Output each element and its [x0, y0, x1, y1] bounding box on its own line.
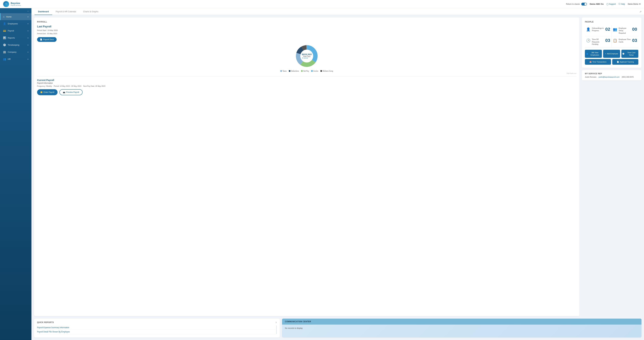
- preview-payroll-label: Preview Payroll: [66, 91, 79, 93]
- time-card-setup-label: Time Card Setup: [625, 52, 638, 56]
- header-right: Return to classic Demo ABC Co ◯ Support …: [566, 3, 641, 6]
- add-employee-label: Add Employee: [607, 53, 618, 55]
- time-cards-icon: 📋: [613, 39, 617, 43]
- service-rep-section: MY SERVICE REP Justin Romano justin@bayv…: [582, 70, 642, 80]
- return-to-classic-group: Return to classic: [566, 3, 587, 6]
- sidebar-item-payroll[interactable]: 💳 Payroll ►: [0, 27, 32, 34]
- sidebar-label-timekeeping: Timekeeping: [8, 44, 19, 46]
- timekeeping-chevron-icon: ►: [27, 44, 29, 46]
- employees-chevron-icon: ►: [27, 23, 29, 25]
- comm-center-body: No records to display: [282, 324, 642, 332]
- applicant-tracking-button[interactable]: 📄 Applicant Tracking: [612, 59, 638, 65]
- add-employee-button[interactable]: + Add Employee: [603, 50, 620, 58]
- company-icon: 🏢: [3, 51, 6, 54]
- expand-button[interactable]: ↗: [640, 10, 642, 13]
- classic-toggle[interactable]: [581, 3, 587, 6]
- user-name: Demo Demo: [628, 3, 638, 5]
- sidebar-item-hr[interactable]: 👥 HR ►: [0, 56, 32, 63]
- help-icon: ⓘ: [618, 3, 620, 5]
- quick-report-item-2[interactable]: Payroll Detail File Shown By Employee: [37, 330, 276, 334]
- taxes-color: [280, 70, 282, 72]
- onboardings-label: Onboardings in Progress: [592, 27, 604, 32]
- tab-dashboard[interactable]: Dashboard: [34, 8, 52, 15]
- service-rep-title: MY SERVICE REP: [585, 73, 638, 75]
- sidebar-item-company[interactable]: 🏢 Company ►: [0, 49, 32, 56]
- time-off-value: 03: [605, 38, 610, 43]
- comm-center-empty-message: No records to display: [285, 327, 303, 329]
- view-employees-label: 388 View Employees: [589, 52, 601, 56]
- sidebar-item-timekeeping[interactable]: 🕐 Timekeeping ►: [0, 41, 32, 49]
- employee-setup-value: 00: [632, 27, 637, 32]
- employees-icon: 👤: [3, 22, 6, 25]
- people-buttons-row1: 👥 388 View Employees + Add Employee 🕐 Ti…: [585, 50, 638, 58]
- home-chevron-icon: ►: [27, 16, 29, 18]
- bottom-sections: QUICK REPORTS ▿ Payroll Expense Summary …: [32, 318, 644, 340]
- stat-time-off: 🕑 Time Off Requests Pending 03: [585, 36, 612, 48]
- employee-setup-label: Employee Setup Required: [619, 27, 631, 34]
- sidebar-collapse-button[interactable]: ←: [27, 10, 30, 13]
- legend-taxes: Taxes: [280, 70, 286, 72]
- scroll-content: PAYROLL Last Payroll Period Start : 24 M…: [32, 15, 644, 318]
- payroll-frequency-info: Frequency: Weekly Period: 14 May 2023 - …: [37, 85, 576, 87]
- donut-label: Total Cash: [302, 56, 312, 57]
- service-rep-name: Justin Romano: [585, 76, 596, 78]
- legend-deductions: Deductions: [289, 70, 299, 72]
- tab-payroll-hr-calendar[interactable]: Payroll & HR Calendar: [52, 8, 80, 15]
- filter-icon[interactable]: ▿: [276, 321, 277, 324]
- view-employees-icon: 👥: [586, 53, 588, 55]
- comm-center-title: COMMUNICATION CENTER: [285, 320, 311, 323]
- workers-comp-label: Workers Comp: [323, 70, 333, 72]
- next-pay-date-value: Next Pay Date: 26 May 2023: [83, 85, 105, 87]
- time-transactions-icon: 📅: [590, 61, 592, 63]
- payroll-docs-button[interactable]: 📄 Payroll Docs: [37, 37, 56, 42]
- current-payroll-title: Current Payroll: [37, 79, 576, 81]
- sidebar-item-employees[interactable]: 👤 Employees ►: [0, 20, 32, 27]
- quick-reports-list: Payroll Expense Summary Information Payr…: [37, 325, 277, 334]
- logo-area: ~ Bayview Payroll Services: [3, 1, 21, 7]
- applicant-tracking-icon: 📄: [617, 61, 619, 63]
- chart-area: $XXX,XXX Total Cash 👁 SHOW: [37, 44, 576, 69]
- enter-payroll-button[interactable]: 😁 Enter Payroll: [37, 89, 58, 95]
- preview-payroll-button[interactable]: 📷 Preview Payroll: [60, 89, 83, 95]
- sidebar-collapse-area: ←: [0, 8, 32, 13]
- invoice-label: Invoice: [313, 70, 318, 72]
- sidebar-item-home[interactable]: ⌂ Home ►: [0, 13, 32, 20]
- quick-reports-header: QUICK REPORTS ▿: [37, 321, 277, 324]
- time-cards-label: Employee Time Cards: [619, 38, 631, 43]
- people-section: PEOPLE 👤 Onboardings in Progress 02 👥: [582, 18, 642, 68]
- payroll-divider: [37, 76, 576, 77]
- time-transactions-button[interactable]: 📅 Time Transactions: [585, 59, 611, 65]
- user-menu[interactable]: Demo Demo ▼: [628, 3, 641, 5]
- period-end-value: 30 May 2020: [47, 33, 57, 35]
- tab-charts-graphs[interactable]: Charts & Graphs: [80, 8, 102, 15]
- time-card-setup-button[interactable]: 🕐 Time Card Setup: [621, 50, 638, 58]
- employee-setup-icon: 👥: [613, 27, 617, 32]
- logo-brand-name: Bayview: [11, 2, 21, 5]
- support-link[interactable]: ◯ Support: [606, 3, 616, 5]
- people-title: PEOPLE: [585, 21, 638, 23]
- donut-center: $XXX,XXX Total Cash 👁 SHOW: [302, 53, 312, 59]
- service-rep-email[interactable]: justin@bayviewpayroll.com: [598, 76, 620, 78]
- help-link[interactable]: ⓘ Help: [618, 3, 625, 5]
- help-label: Help: [621, 3, 625, 5]
- sidebar-label-payroll: Payroll: [8, 30, 14, 32]
- chart-legend: Taxes Deductions Net Pay Invoice: [37, 70, 576, 72]
- hr-icon: 👥: [3, 58, 6, 61]
- top-header: ~ Bayview Payroll Services Return to cla…: [0, 0, 644, 8]
- workers-comp-color: [320, 70, 322, 72]
- sidebar-item-reports[interactable]: 📊 Reports ►: [0, 34, 32, 41]
- quick-report-item-1[interactable]: Payroll Expense Summary Information: [37, 325, 276, 330]
- view-employees-button[interactable]: 👥 388 View Employees: [585, 50, 602, 58]
- deductions-color: [289, 70, 290, 72]
- legend-workers-comp: Workers Comp: [320, 70, 333, 72]
- time-transactions-label: Time Transactions: [592, 61, 606, 63]
- payroll-section: PAYROLL Last Payroll Period Start : 24 M…: [34, 18, 580, 316]
- payroll-actions: 😁 Enter Payroll 📷 Preview Payroll: [37, 89, 576, 95]
- company-name: Demo ABC Co: [590, 3, 604, 5]
- sidebar-label-home: Home: [6, 16, 12, 18]
- applicant-tracking-label: Applicant Tracking: [620, 61, 634, 63]
- highcharts-credit: Highcharts.com: [37, 73, 576, 74]
- donut-show[interactable]: 👁 SHOW: [302, 57, 312, 59]
- stat-time-cards: 📋 Employee Time Cards 03: [612, 36, 638, 48]
- main-layout: ← ⌂ Home ► 👤 Employees ► 💳 Payroll ►: [0, 8, 644, 340]
